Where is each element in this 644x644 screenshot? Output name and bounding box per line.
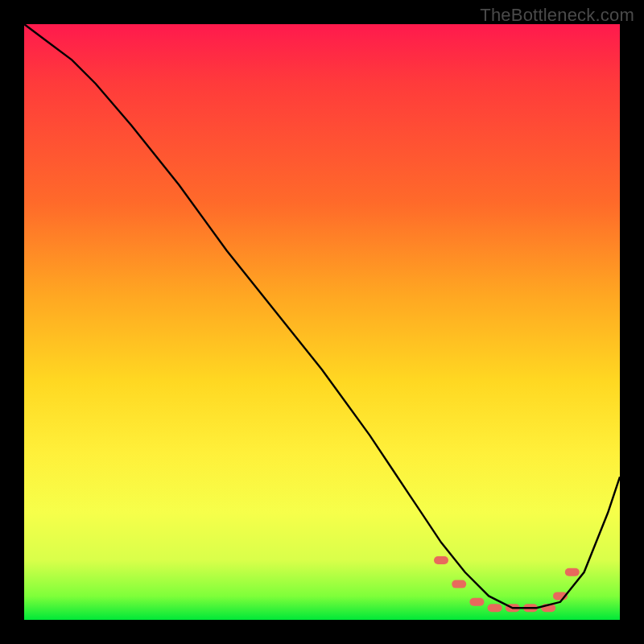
highlight-dot <box>434 556 448 564</box>
highlight-dot <box>452 580 466 588</box>
highlight-dot <box>469 598 484 606</box>
highlight-dot <box>488 604 502 612</box>
bottleneck-curve <box>24 24 620 608</box>
watermark-text: TheBottleneck.com <box>480 5 634 26</box>
chart-frame: TheBottleneck.com <box>0 0 644 644</box>
plot-area <box>24 24 620 620</box>
highlight-dot <box>565 568 580 576</box>
curve-layer <box>24 24 620 620</box>
